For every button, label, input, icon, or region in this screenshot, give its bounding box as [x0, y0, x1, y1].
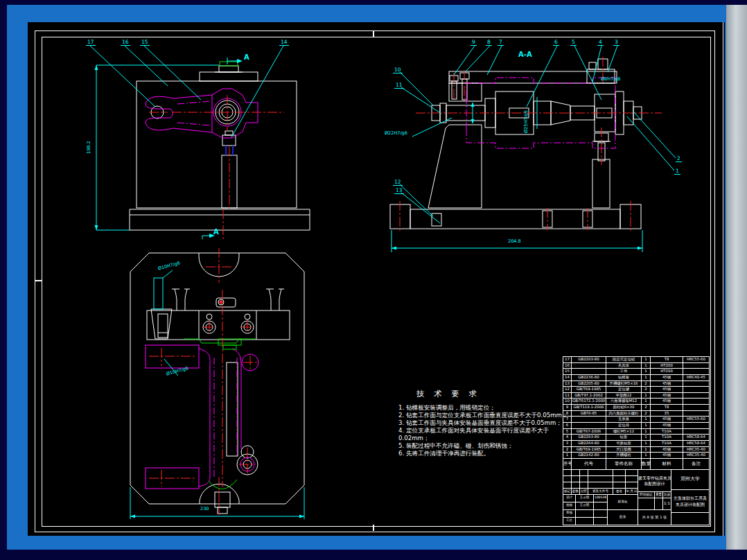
- drawing-title-cell: 主泵体部分工序及 夹具设计装配图: [671, 490, 710, 513]
- revision-header-cell: 签名: [613, 489, 626, 495]
- signature-row: 审核: [563, 510, 608, 518]
- part-number: 13: [563, 381, 572, 387]
- sign-role: 设计: [563, 495, 576, 502]
- plan-workpiece-outline: [146, 345, 258, 489]
- part-qty: 2: [642, 411, 651, 417]
- parts-list-row: 16 夹具体 1 HT200: [563, 363, 710, 369]
- parts-list-row: 17 GB2203-80 固定式定位销 1 T8 HRC55-60: [563, 357, 710, 363]
- vertical-scrollbar[interactable]: [726, 5, 747, 550]
- signature-row: 校核 王小明: [563, 502, 608, 510]
- section-body-hatched: [390, 69, 641, 229]
- sign-name: 王小明: [576, 495, 594, 502]
- revision-header-cell: 更改文件号: [588, 489, 613, 495]
- parts-list-header-cell: 备注: [683, 459, 710, 470]
- title-block-middle: 拨叉零件钻床夹具 装配图设计 阶段标记 重量 比例 1:1 共 8 张 第 1 …: [638, 470, 671, 525]
- part-number: 6: [563, 423, 572, 429]
- part-number: 5: [563, 429, 572, 435]
- part-material: 45钢: [651, 387, 683, 393]
- tech-requirement-item: 4. 定位支承板工作面对夹具体安装基面平行度误差不大于0.02mm；: [398, 427, 570, 442]
- parts-list-row: 6 定位块 1 45钢: [563, 423, 710, 429]
- plan-view: [121, 248, 326, 525]
- front-view: [83, 36, 322, 244]
- part-name: 圆柱销6×30: [606, 405, 642, 411]
- part-remark: [683, 369, 710, 375]
- part-code: GB/T69-1985: [572, 387, 606, 393]
- part-remark: HRC40-45: [683, 375, 710, 381]
- stage-label: 阶段标记: [638, 492, 655, 498]
- project-title-line1: 拨叉零件钻床夹具: [638, 475, 671, 481]
- part-name: 六角薄螺母M12: [606, 399, 642, 405]
- parts-list-row: 10 GB/T6172.1-2000 六角薄螺母M12 1 45钢: [563, 399, 710, 405]
- parts-list-row: 13 GB2205-80 开槽螺钉M5×16 2 45钢: [563, 381, 710, 387]
- part-material: T10A: [651, 429, 683, 435]
- part-qty: 1: [642, 357, 651, 363]
- front-body-outline: [130, 62, 310, 230]
- parts-list-body: 17 GB2203-80 固定式定位销 1 T8 HRC55-60 16 夹具体…: [563, 357, 710, 459]
- tech-requirements-title: 技 术 要 求: [416, 389, 570, 399]
- parts-list-row: 8 GB70-85 内六角圆柱头螺钉 2 35: [563, 411, 710, 417]
- part-qty: 2: [642, 381, 651, 387]
- plan-plate-outline: [130, 253, 304, 514]
- approval-label: 批准: [608, 510, 638, 525]
- revision-blank-grid: [563, 470, 638, 489]
- stage-weight-scale-values: 1:1: [638, 498, 671, 510]
- part-remark: [683, 363, 710, 369]
- part-qty: 1: [642, 429, 651, 435]
- parts-list-header-cell: 零件名称: [606, 459, 642, 470]
- parts-list: 17 GB2203-80 固定式定位销 1 T8 HRC55-60 16 夹具体…: [563, 356, 710, 470]
- centering-mark-top: [373, 30, 374, 37]
- part-material: 45钢: [651, 393, 683, 399]
- part-material: 45钢: [651, 423, 683, 429]
- centering-mark-bottom: [373, 525, 374, 531]
- part-number: 15: [563, 369, 572, 375]
- title-block: 标记处数分区更改文件号签名年.月.日 设计 王小明 100528 校核 王小明: [563, 470, 710, 525]
- parts-list-row: 1 GB2142-80 开槽螺柱 1 45钢 HRC35-40: [563, 453, 710, 459]
- part-name: 内六角圆柱头螺钉: [606, 411, 642, 417]
- scale-label: 比例: [663, 492, 671, 498]
- parts-list-row: 12 GB/T69-1985 定位键 2 45钢: [563, 387, 710, 393]
- part-remark: HRC35-40: [683, 453, 710, 459]
- part-qty: 1: [642, 417, 651, 423]
- front-dimension-lines: [95, 65, 220, 230]
- weight-label: 重量: [655, 492, 663, 498]
- part-qty: 1: [642, 453, 651, 459]
- project-title-cell: 拨叉零件钻床夹具 装配图设计: [638, 470, 671, 492]
- plan-dimension-lines: [130, 270, 304, 519]
- revision-header-cell: 处数: [572, 489, 580, 495]
- revision-header-row: 标记处数分区更改文件号签名年.月.日: [563, 489, 638, 495]
- part-code: GB2264-80: [572, 441, 606, 447]
- aux-column: 标准化 批准: [608, 495, 638, 525]
- part-name: 固定式定位销: [606, 357, 642, 363]
- part-number: 12: [563, 387, 572, 393]
- signature-rows: 设计 王小明 100528 校核 王小明 审核: [563, 495, 608, 525]
- part-material: 45钢: [651, 399, 683, 405]
- revision-header-cell: 标记: [563, 489, 572, 495]
- sign-date: [594, 518, 608, 525]
- part-material: 45钢: [651, 417, 683, 423]
- part-qty: 1: [642, 423, 651, 429]
- part-number: 14: [563, 375, 572, 381]
- tech-requirement-item: 1. 钻模板安装调整后，用锥销定位；: [398, 404, 570, 412]
- part-number: 10: [563, 399, 572, 405]
- part-remark: HRC55-60: [683, 417, 710, 423]
- parts-list-row: 4 GB2263-80 钻套 1 T10A HRC58-64: [563, 435, 710, 441]
- part-code: GB/T97.1-2002: [572, 393, 606, 399]
- plan-green-parts: [184, 339, 256, 489]
- sign-date: [594, 510, 608, 518]
- part-number: 11: [563, 393, 572, 399]
- parts-list-row: 14 GB2236-80 钻模板 1 45钢 HRC40-45: [563, 375, 710, 381]
- signature-row: 设计 王小明 100528: [563, 495, 608, 502]
- title-block-right: 郑州大学 主泵体部分工序及 夹具设计装配图: [671, 470, 710, 525]
- sign-name: 王小明: [576, 502, 594, 510]
- part-remark: [683, 387, 710, 393]
- parts-list-header-cell: 数量: [642, 459, 651, 470]
- part-qty: 1: [642, 447, 651, 453]
- part-material: 35: [651, 411, 683, 417]
- section-cut-arrows: [202, 58, 243, 239]
- sign-role: 校核: [563, 502, 576, 510]
- part-code: GB/T67-2006: [572, 429, 606, 435]
- part-code: [572, 423, 606, 429]
- parts-list-row: 5 GB/T67-2006 螺钉M5×12 1 T10A: [563, 429, 710, 435]
- part-remark: [683, 423, 710, 429]
- part-code: GB2263-80: [572, 435, 606, 441]
